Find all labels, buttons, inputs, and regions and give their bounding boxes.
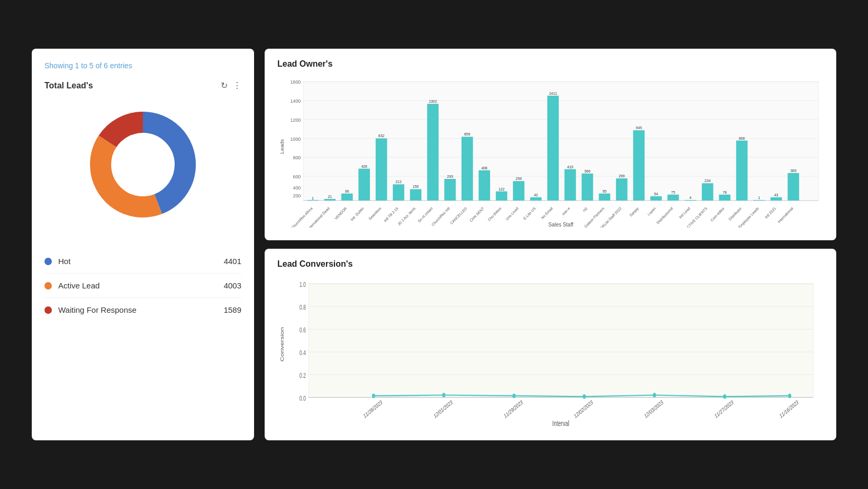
svg-text:42: 42 (534, 193, 538, 197)
legend-item-hot: Hot 4401 (44, 249, 241, 274)
bar-chart-area: 1600 1400 1200 1000 800 600 400 200 Lead… (277, 76, 824, 228)
lead-owners-title: Lead Owner's (277, 59, 824, 69)
svg-rect-44 (444, 179, 456, 201)
svg-text:806: 806 (739, 136, 745, 140)
svg-rect-35 (393, 184, 404, 201)
svg-text:400: 400 (293, 185, 301, 191)
svg-text:0.6: 0.6 (300, 326, 306, 333)
svg-text:1: 1 (312, 196, 314, 200)
active-value: 4003 (224, 281, 241, 290)
svg-text:856: 856 (464, 132, 471, 136)
svg-text:21: 21 (328, 195, 332, 198)
left-panel: Showing 1 to 5 of 6 entries Total Lead's… (32, 49, 254, 440)
svg-text:54: 54 (654, 192, 658, 196)
svg-rect-86 (685, 200, 697, 201)
svg-text:408: 408 (481, 166, 487, 170)
svg-text:1411: 1411 (549, 92, 557, 95)
svg-text:800: 800 (293, 155, 301, 160)
legend-item-active: Active Lead 4003 (44, 274, 241, 298)
svg-text:Conversion: Conversion (279, 327, 285, 361)
svg-rect-98 (753, 200, 765, 201)
svg-rect-50 (478, 170, 490, 201)
donut-chart-container (44, 101, 241, 228)
hot-label: Hot (58, 257, 224, 266)
svg-text:95: 95 (602, 189, 607, 193)
svg-text:1302: 1302 (429, 99, 437, 103)
lead-owners-card: Lead Owner's 1600 1400 1200 1000 800 600 (265, 49, 836, 240)
legend-item-waiting: Waiting For Response 1589 (44, 298, 241, 322)
svg-rect-62 (547, 96, 559, 201)
svg-text:mer-e: mer-e (562, 206, 571, 216)
svg-text:Intl Lead: Intl Lead (679, 206, 691, 219)
menu-button[interactable]: ⋮ (233, 80, 241, 90)
svg-text:12/02/2023: 12/02/2023 (573, 399, 594, 420)
lead-conversion-title: Lead Conversion's (277, 259, 824, 269)
svg-text:11/16/2023: 11/16/2023 (779, 399, 799, 420)
svg-rect-104 (788, 173, 799, 201)
total-leads-header: Total Lead's ↻ ⋮ (44, 80, 241, 90)
svg-rect-92 (719, 195, 730, 201)
svg-text:Intl Till 2-15: Intl Till 2-15 (383, 206, 399, 223)
svg-text:i-seen: i-seen (647, 206, 656, 216)
svg-rect-68 (582, 174, 593, 201)
svg-text:Chu-thikes: Chu-thikes (487, 206, 502, 222)
waiting-label: Waiting For Response (58, 305, 224, 314)
svg-text:1000: 1000 (291, 136, 301, 141)
svg-text:Uns Lined: Uns Lined (505, 206, 519, 221)
svg-text:200: 200 (293, 193, 301, 198)
svg-text:Seamless: Seamless (368, 206, 382, 221)
svg-text:11/28/2023: 11/28/2023 (363, 399, 383, 420)
waiting-dot (44, 306, 52, 314)
svg-text:299: 299 (619, 174, 625, 178)
svg-text:12/01/2023: 12/01/2023 (433, 399, 454, 420)
svg-text:11/27/2023: 11/27/2023 (714, 399, 735, 420)
svg-text:75: 75 (671, 191, 675, 194)
svg-rect-32 (376, 138, 387, 200)
hot-dot (44, 258, 52, 265)
svg-rect-56 (513, 181, 525, 201)
svg-text:12/03/2023: 12/03/2023 (644, 399, 664, 420)
svg-text:293: 293 (447, 175, 454, 178)
svg-rect-65 (565, 169, 576, 201)
svg-text:Intl 2021: Intl 2021 (764, 206, 777, 219)
svg-text:Sales Staff: Sales Staff (548, 222, 574, 228)
svg-text:1600: 1600 (291, 79, 301, 85)
svg-text:VENDOR: VENDOR (334, 206, 348, 221)
svg-rect-108 (309, 284, 813, 397)
svg-text:259: 259 (516, 177, 522, 180)
svg-rect-74 (616, 178, 628, 201)
svg-text:234: 234 (704, 179, 711, 183)
svg-text:0.8: 0.8 (300, 303, 306, 311)
svg-text:Interval: Interval (553, 419, 569, 428)
svg-text:4: 4 (689, 196, 691, 200)
svg-text:155: 155 (413, 185, 419, 188)
svg-text:Intl. Dublin: Intl. Dublin (350, 206, 365, 222)
svg-rect-38 (410, 189, 422, 200)
svg-rect-80 (650, 196, 662, 201)
hot-value: 4401 (224, 257, 241, 266)
svg-text:11/29/2023: 11/29/2023 (503, 399, 524, 420)
svg-text:945: 945 (636, 126, 642, 130)
svg-rect-59 (530, 197, 542, 201)
active-label: Active Lead (58, 281, 224, 290)
svg-text:Distributor: Distributor (728, 206, 742, 221)
svg-text:CHN SENT: CHN SENT (469, 206, 485, 222)
svg-rect-95 (736, 141, 748, 201)
total-leads-title: Total Lead's (44, 81, 93, 90)
svg-text:20 2 Act. berts: 20 2 Act. berts (397, 206, 416, 227)
svg-rect-23 (324, 199, 336, 201)
conversion-chart-area: 1.0 0.8 0.6 0.4 0.2 0.0 Conversion (277, 276, 824, 428)
svg-rect-20 (307, 200, 319, 201)
svg-rect-71 (599, 194, 610, 201)
lead-conversion-card: Lead Conversion's 1.0 0.8 0.6 0.4 0.2 0.… (265, 249, 836, 440)
donut-chart (79, 101, 206, 228)
waiting-value: 1589 (224, 305, 241, 314)
svg-rect-77 (633, 130, 645, 201)
conversion-chart-svg: 1.0 0.8 0.6 0.4 0.2 0.0 Conversion (277, 276, 824, 428)
svg-text:CANCELLED: CANCELLED (449, 206, 467, 225)
svg-text:1: 1 (758, 196, 760, 200)
showing-text: Showing 1 to 5 of 6 entries (44, 61, 241, 70)
svg-text:No Email: No Email (540, 206, 554, 220)
refresh-button[interactable]: ↻ (221, 80, 228, 90)
svg-text:E-Lite US: E-Lite US (523, 206, 537, 221)
